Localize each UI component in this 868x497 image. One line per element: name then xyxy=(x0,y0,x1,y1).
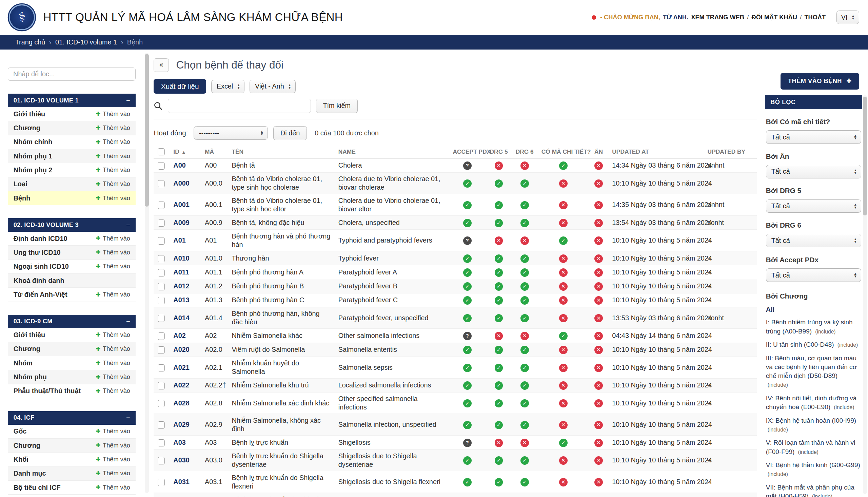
row-checkbox[interactable] xyxy=(158,332,165,340)
disease-id-link[interactable]: A030 xyxy=(173,456,189,464)
sidebar-item[interactable]: Chương✚Thêm vào xyxy=(8,439,136,453)
disease-id-link[interactable]: A020 xyxy=(173,346,189,353)
disease-id-link[interactable]: A012 xyxy=(173,282,189,290)
export-format-select[interactable]: Excel ▲▼ xyxy=(211,80,245,93)
sidebar-item[interactable]: Giới thiệu✚Thêm vào xyxy=(8,328,136,342)
disease-id-link[interactable]: A00 xyxy=(173,161,186,169)
row-checkbox[interactable] xyxy=(158,346,165,354)
search-button[interactable]: Tìm kiếm xyxy=(316,99,358,113)
sidebar-add-link[interactable]: ✚Thêm vào xyxy=(96,235,130,242)
row-checkbox[interactable] xyxy=(158,479,165,486)
sidebar-add-link[interactable]: ✚Thêm vào xyxy=(96,359,130,367)
row-checkbox[interactable] xyxy=(158,237,165,245)
go-button[interactable]: Đi đến xyxy=(273,126,307,140)
sidebar-item[interactable]: Bệnh✚Thêm vào xyxy=(8,191,136,205)
sidebar-add-link[interactable]: ✚Thêm vào xyxy=(96,331,130,339)
row-checkbox[interactable] xyxy=(158,457,165,465)
column-header-code[interactable]: MÃ xyxy=(201,145,227,158)
row-checkbox[interactable] xyxy=(158,421,165,429)
collapse-section-icon[interactable]: − xyxy=(126,317,130,325)
sidebar-add-link[interactable]: ✚Thêm vào xyxy=(96,195,130,202)
sidebar-item[interactable]: Danh mục✚Thêm vào xyxy=(8,467,136,481)
column-header-drg5[interactable]: DRG 5 xyxy=(486,145,512,158)
disease-id-link[interactable]: A011 xyxy=(173,268,189,276)
sidebar-item[interactable]: Giới thiệu✚Thêm vào xyxy=(8,107,136,121)
breadcrumb-link[interactable]: 01. ICD-10 volume 1 xyxy=(55,38,117,46)
sidebar-item[interactable]: Nhóm chính✚Thêm vào xyxy=(8,136,136,149)
sidebar-add-link[interactable]: ✚Thêm vào xyxy=(96,456,130,463)
sidebar-filter-input[interactable] xyxy=(8,68,136,81)
filter-chapter-link[interactable]: VI: Bệnh hệ thần kinh (G00-G99) (include… xyxy=(766,461,861,479)
sidebar-section-header[interactable]: 02. ICD-10 VOLUME 3− xyxy=(8,218,136,232)
select-all-checkbox[interactable] xyxy=(158,148,165,156)
sort-asc-icon[interactable]: ▲ xyxy=(181,150,186,155)
sidebar-add-link[interactable]: ✚Thêm vào xyxy=(96,263,130,270)
disease-id-link[interactable]: A000 xyxy=(173,180,189,187)
sidebar-add-link[interactable]: ✚Thêm vào xyxy=(96,111,130,118)
add-disease-button[interactable]: THÊM VÀO BỆNH ✚ xyxy=(781,73,859,89)
sidebar-item[interactable]: Nhóm phụ✚Thêm vào xyxy=(8,370,136,384)
filter-chapter-link[interactable]: V: Rối loạn tâm thần và hành vi (F00-F99… xyxy=(766,438,861,456)
sidebar-item[interactable]: Nhóm phụ 2✚Thêm vào xyxy=(8,163,136,177)
disease-id-link[interactable]: A03 xyxy=(173,439,186,446)
column-header-id[interactable]: ID▲ xyxy=(170,145,201,158)
row-checkbox[interactable] xyxy=(158,400,165,408)
sidebar-section-header[interactable]: 01. ICD-10 VOLUME 1− xyxy=(8,94,136,107)
disease-id-link[interactable]: A01 xyxy=(173,237,186,244)
sidebar-item[interactable]: Nhóm phụ 1✚Thêm vào xyxy=(8,149,136,163)
collapse-section-icon[interactable]: − xyxy=(126,97,130,104)
sidebar-add-link[interactable]: ✚Thêm vào xyxy=(96,484,130,491)
disease-id-link[interactable]: A013 xyxy=(173,296,189,304)
sidebar-add-link[interactable]: ✚Thêm vào xyxy=(96,138,130,145)
row-checkbox[interactable] xyxy=(158,382,165,389)
language-select[interactable]: VI ▲▼ xyxy=(837,11,859,24)
filter-chapter-link[interactable]: IX: Bệnh hệ tuần hoàn (I00-I99) (include… xyxy=(766,416,861,434)
column-header-hidden[interactable]: ẨN xyxy=(589,145,608,158)
logout-link[interactable]: THOÁT xyxy=(804,14,826,21)
disease-id-link[interactable]: A021 xyxy=(173,364,189,371)
sidebar-item[interactable]: Loại✚Thêm vào xyxy=(8,178,136,191)
filter-select[interactable]: Tất cả▲▼ xyxy=(766,268,861,282)
row-checkbox[interactable] xyxy=(158,162,165,170)
sidebar-add-link[interactable]: ✚Thêm vào xyxy=(96,345,130,353)
sidebar-add-link[interactable]: ✚Thêm vào xyxy=(96,125,130,132)
sidebar-add-link[interactable]: ✚Thêm vào xyxy=(96,291,130,298)
sidebar-item[interactable]: Khối✚Thêm vào xyxy=(8,453,136,467)
sidebar-item[interactable]: Định danh ICD10✚Thêm vào xyxy=(8,232,136,246)
sidebar-add-link[interactable]: ✚Thêm vào xyxy=(96,249,130,256)
filter-all-link[interactable]: All xyxy=(766,306,861,313)
sidebar-add-link[interactable]: ✚Thêm vào xyxy=(96,181,130,188)
search-input[interactable] xyxy=(168,99,311,113)
filter-select[interactable]: Tất cả▲▼ xyxy=(766,165,861,179)
view-site-link[interactable]: XEM TRANG WEB xyxy=(691,14,744,21)
sidebar-item[interactable]: Gốc✚Thêm vào xyxy=(8,425,136,439)
sidebar-item[interactable]: Ngoại sinh ICD10✚Thêm vào xyxy=(8,260,136,274)
disease-id-link[interactable]: A029 xyxy=(173,421,189,428)
sidebar-item[interactable]: Chương✚Thêm vào xyxy=(8,342,136,356)
row-checkbox[interactable] xyxy=(158,297,165,304)
change-password-link[interactable]: ĐỔI MẬT KHẨU xyxy=(752,14,797,21)
export-button[interactable]: Xuất dữ liệu xyxy=(153,79,206,94)
filter-select[interactable]: Tất cả▲▼ xyxy=(766,234,861,247)
sidebar-item[interactable]: Từ điển Anh-Việt✚Thêm vào xyxy=(8,288,136,302)
row-checkbox[interactable] xyxy=(158,219,165,227)
disease-id-link[interactable]: A02 xyxy=(173,332,186,339)
row-checkbox[interactable] xyxy=(158,255,165,262)
filter-chapter-link[interactable]: VII: Bệnh mắt và phần phụ của mắt (H00-H… xyxy=(766,483,861,497)
filter-scrollbar-thumb[interactable] xyxy=(863,97,867,216)
disease-id-link[interactable]: A022 xyxy=(173,381,189,389)
sidebar-item[interactable]: Ung thư ICD10✚Thêm vào xyxy=(8,246,136,259)
row-checkbox[interactable] xyxy=(158,201,165,209)
sidebar-add-link[interactable]: ✚Thêm vào xyxy=(96,470,130,477)
sidebar-item[interactable]: Khoá định danh xyxy=(8,274,136,288)
row-checkbox[interactable] xyxy=(158,315,165,322)
column-header-accept_pdx[interactable]: ACCEPT PDX xyxy=(449,145,486,158)
breadcrumb-link[interactable]: Trang chủ xyxy=(15,38,45,46)
column-header-updated_by[interactable]: UPDATED BY xyxy=(704,145,757,158)
filter-scrollbar[interactable] xyxy=(863,95,867,494)
sidebar-add-link[interactable]: ✚Thêm vào xyxy=(96,153,130,160)
filter-chapter-link[interactable]: I: Bệnh nhiễm trùng và ký sinh trùng (A0… xyxy=(766,318,861,336)
disease-id-link[interactable]: A010 xyxy=(173,254,189,262)
row-checkbox[interactable] xyxy=(158,180,165,188)
row-checkbox[interactable] xyxy=(158,269,165,276)
